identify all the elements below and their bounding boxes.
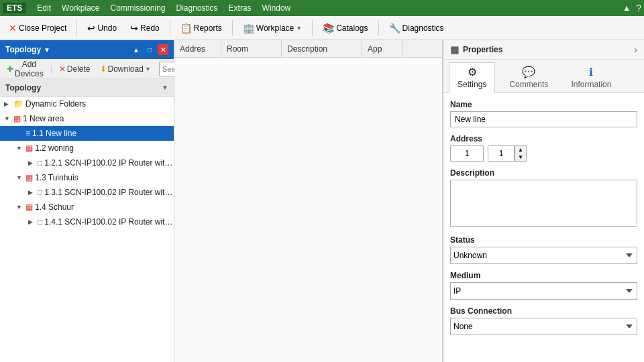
- address-input-2[interactable]: [488, 145, 515, 162]
- tab-information[interactable]: ℹ Information: [562, 62, 620, 92]
- menu-extras[interactable]: Extras: [223, 2, 257, 14]
- delete-icon: ✕: [59, 64, 66, 74]
- diagnostics-icon: 🔧: [389, 23, 400, 34]
- props-header: ▦ Properties ›: [443, 40, 644, 60]
- catalogs-button[interactable]: 📚 Catalogs: [317, 20, 374, 36]
- tuinhuis-icon: ▦: [25, 173, 33, 182]
- col-header-description: Description: [282, 40, 362, 57]
- menu-diagnostics[interactable]: Diagnostics: [171, 2, 223, 14]
- description-label: Description: [450, 168, 637, 178]
- props-body: Name Address ▲ ▼: [443, 93, 644, 362]
- tree-item-new-line[interactable]: ≡ 1.1 New line: [0, 126, 174, 141]
- tree-item-tuinhuis[interactable]: ▼ ▦ 1.3 Tuinhuis: [0, 170, 174, 185]
- catalogs-icon: 📚: [323, 23, 334, 34]
- redo-icon: ↪: [130, 23, 138, 34]
- tree-item-router-2[interactable]: ▶ □ 1.3.1 SCN-IP100.02 IP Router with e.…: [0, 185, 174, 200]
- prop-status-group: Status Unknown OK Error: [450, 235, 637, 264]
- tree-item-schuur[interactable]: ▼ ▦ 1.4 Schuur: [0, 200, 174, 215]
- menu-edit[interactable]: Edit: [32, 2, 56, 14]
- add-icon: ✚: [7, 64, 13, 74]
- redo-button[interactable]: ↪ Redo: [124, 20, 166, 36]
- diagnostics-label: Diagnostics: [402, 23, 444, 33]
- tab-comments[interactable]: 💬 Comments: [500, 62, 557, 92]
- folder-icon: 📁: [13, 99, 23, 109]
- reports-button[interactable]: 📋 Reports: [174, 20, 228, 36]
- add-devices-button[interactable]: ✚ Add Devices: [3, 58, 48, 80]
- spin-up-btn[interactable]: ▲: [515, 146, 526, 154]
- col-header-room: Room: [221, 40, 282, 57]
- toolbar-sep-2: [170, 20, 170, 36]
- workplace-label: Workplace: [256, 23, 294, 33]
- center-panel: Addres Room Description App: [174, 40, 443, 362]
- main-layout: Topology ▼ ▲ □ ✕ ✚ Add Devices | ✕ Delet…: [0, 40, 644, 362]
- main-toolbar: ✕ Close Project ↩ Undo ↪ Redo 📋 Reports …: [0, 16, 644, 40]
- help-icon[interactable]: ?: [636, 3, 641, 13]
- tab-settings[interactable]: ⚙ Settings: [449, 62, 495, 93]
- new-area-label: 1 New area: [23, 114, 174, 123]
- address-spinbox: ▲ ▼: [488, 145, 527, 162]
- toolbar-sep-4: [312, 20, 313, 36]
- download-button[interactable]: ⬇ Download ▼: [96, 63, 155, 75]
- tree-item-router-3[interactable]: ▶ □ 1.4.1 SCN-IP100.02 IP Router with e.…: [0, 215, 174, 229]
- bus-select[interactable]: None: [450, 318, 637, 335]
- topology-title-caret[interactable]: ▼: [44, 46, 50, 54]
- area-icon: ▦: [13, 114, 21, 123]
- topology-title: Topology: [5, 45, 41, 54]
- toggle-woning: ▼: [16, 145, 24, 152]
- table-body: [174, 58, 442, 362]
- status-label: Status: [450, 235, 637, 245]
- minimize-icon[interactable]: ▲: [623, 3, 631, 13]
- action-toolbar: ✚ Add Devices | ✕ Delete ⬇ Download ▼ 🔍: [0, 59, 174, 79]
- settings-tab-icon: ⚙: [468, 66, 477, 78]
- toggle-router-1: ▶: [28, 160, 36, 166]
- new-line-label: 1.1 New line: [32, 129, 174, 138]
- tree-item-new-area[interactable]: ▼ ▦ 1 New area: [0, 111, 174, 126]
- medium-label: Medium: [450, 271, 637, 280]
- device-icon-2: □: [38, 188, 42, 197]
- toolbar-sep-1: [76, 20, 77, 36]
- props-title: ▦ Properties: [450, 44, 502, 55]
- delete-label: Delete: [67, 64, 91, 74]
- ets-badge: ETS: [3, 3, 26, 13]
- comments-tab-icon: 💬: [522, 66, 535, 78]
- schuur-label: 1.4 Schuur: [35, 202, 174, 212]
- medium-select[interactable]: IP TP: [450, 282, 637, 300]
- name-label: Name: [450, 100, 637, 109]
- diagnostics-button[interactable]: 🔧 Diagnostics: [383, 20, 450, 36]
- menu-workplace[interactable]: Workplace: [56, 2, 105, 14]
- address-row: ▲ ▼: [450, 145, 637, 162]
- prop-address-group: Address ▲ ▼: [450, 134, 637, 162]
- tree-item-woning[interactable]: ▼ ▦ 1.2 woning: [0, 141, 174, 156]
- topology-minimize-btn[interactable]: ▲: [131, 44, 142, 55]
- description-textarea[interactable]: [450, 180, 637, 227]
- close-project-button[interactable]: ✕ Close Project: [3, 20, 72, 36]
- tree-area: ▶ 📁 Dynamic Folders ▼ ▦ 1 New area ≡ 1.1…: [0, 97, 174, 362]
- menu-commissioning[interactable]: Commissioning: [105, 2, 171, 14]
- toggle-schuur: ▼: [16, 204, 24, 210]
- download-caret: ▼: [145, 66, 151, 72]
- topology-restore-btn[interactable]: □: [144, 44, 155, 55]
- reports-icon: 📋: [180, 23, 192, 34]
- topology-close-btn[interactable]: ✕: [158, 44, 168, 55]
- router-2-label: 1.3.1 SCN-IP100.02 IP Router with e...: [44, 188, 174, 197]
- properties-panel: ▦ Properties › ⚙ Settings 💬 Comments ℹ I…: [443, 40, 644, 362]
- workplace-button[interactable]: 🏢 Workplace ▼: [237, 20, 308, 36]
- menu-window[interactable]: Window: [257, 2, 297, 14]
- toggle-router-2: ▶: [28, 189, 36, 196]
- topology-titlebar: Topology ▼ ▲ □ ✕: [0, 40, 174, 59]
- props-tabs: ⚙ Settings 💬 Comments ℹ Information: [443, 60, 644, 93]
- props-title-icon: ▦: [450, 44, 459, 55]
- spin-down-btn[interactable]: ▼: [515, 154, 526, 161]
- tree-item-dynamic-folders[interactable]: ▶ 📁 Dynamic Folders: [0, 97, 174, 111]
- undo-button[interactable]: ↩ Undo: [81, 20, 123, 36]
- props-expand-btn[interactable]: ›: [634, 44, 637, 55]
- tree-item-router-1[interactable]: ▶ □ 1.2.1 SCN-IP100.02 IP Router with e.…: [0, 156, 174, 170]
- props-title-label: Properties: [463, 45, 502, 54]
- workplace-dropdown-icon: ▼: [296, 25, 302, 32]
- toggle-dynamic-folders: ▶: [4, 101, 12, 107]
- address-input-1[interactable]: [450, 145, 484, 162]
- status-select[interactable]: Unknown OK Error: [450, 247, 637, 264]
- delete-button[interactable]: ✕ Delete: [55, 63, 95, 75]
- toggle-tuinhuis: ▼: [16, 174, 24, 181]
- name-input[interactable]: [450, 111, 637, 127]
